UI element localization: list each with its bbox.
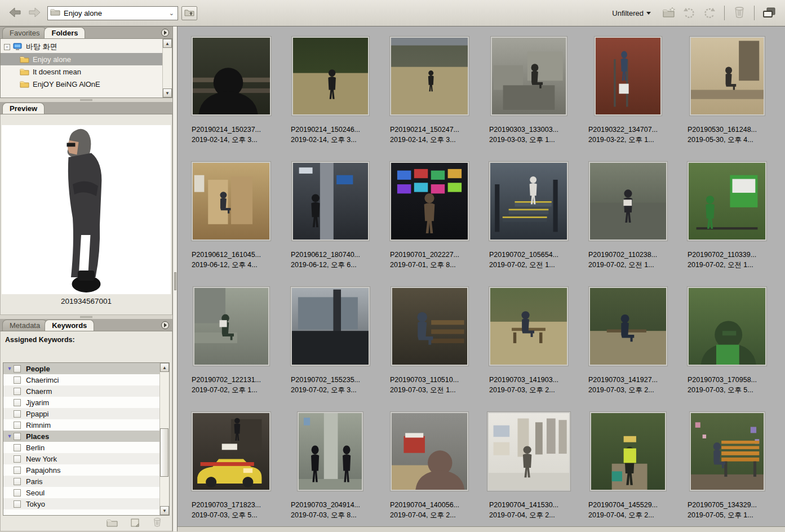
thumbnail-cell[interactable]: P20190214_150246... 2019-02-14, 오후 3... <box>281 37 380 162</box>
thumbnail-cell[interactable]: P20190303_133003... 2019-03-03, 오후 1... <box>479 37 578 162</box>
keyword-checkbox[interactable] <box>14 388 21 395</box>
folder-path-combobox[interactable]: Enjoy alone ⌄ <box>47 6 178 20</box>
thumbnail-cell[interactable]: P20190704_141530... 2019-07-04, 오후 2... <box>479 412 578 531</box>
thumbnail-cell[interactable]: P20190612_161045... 2019-06-12, 오후 4... <box>181 162 281 287</box>
horizontal-splitter[interactable] <box>0 98 172 102</box>
tab-folders[interactable]: Folders <box>44 27 85 38</box>
thumbnail-cell[interactable]: P20190703_204914... 2019-07-03, 오후 8... <box>281 412 380 531</box>
forward-button[interactable] <box>25 5 44 21</box>
thumbnail-cell[interactable]: P20190214_150237... 2019-02-14, 오후 3... <box>181 37 281 162</box>
keyword-checkbox[interactable] <box>14 467 21 474</box>
vertical-splitter[interactable] <box>172 26 178 531</box>
expander-minus-icon[interactable]: − <box>4 44 10 50</box>
tab-keywords[interactable]: Keywords <box>45 320 94 331</box>
thumbnail-cell[interactable]: P20190612_180740... 2019-06-12, 오후 6... <box>281 162 380 287</box>
panel-menu-button[interactable] <box>161 29 169 37</box>
thumbnail-cell[interactable]: P20190702_110238... 2019-07-02, 오전 1... <box>578 162 677 287</box>
keyword-item-rimnim[interactable]: Rimnim <box>3 419 159 431</box>
keyword-checkbox[interactable] <box>14 399 21 406</box>
tree-item-바탕-화면[interactable]: −바탕 화면 <box>1 41 162 53</box>
thumbnail-image <box>192 162 270 241</box>
group-expander-icon[interactable]: ▼ <box>6 433 14 439</box>
tab-metadata[interactable]: Metadata <box>2 320 47 331</box>
keyword-checkbox[interactable] <box>14 422 21 429</box>
rotate-left-button[interactable] <box>681 5 698 21</box>
compact-mode-icon <box>762 6 776 20</box>
tree-item-enjoy-alone[interactable]: Enjoy alone <box>1 53 162 65</box>
tab-preview[interactable]: Preview <box>2 103 45 114</box>
keyword-checkbox[interactable] <box>14 365 21 373</box>
thumbnail-cell[interactable]: P20190214_150247... 2019-02-14, 오후 3... <box>380 37 479 162</box>
keywords-scrollbar[interactable]: ▲ ▼ <box>159 363 169 515</box>
scroll-up-button[interactable]: ▲ <box>160 363 169 372</box>
thumbnail-cell[interactable]: P20190702_155235... 2019-07-02, 오후 3... <box>281 287 380 412</box>
keyword-item-berlin[interactable]: Berlin <box>3 442 159 453</box>
thumbnail-cell[interactable]: P20190703_171823... 2019-07-03, 오후 5... <box>181 412 281 531</box>
folders-scrollbar[interactable]: ▲ ▼ <box>162 39 172 97</box>
panel-menu-button[interactable] <box>161 321 169 329</box>
rotate-right-button[interactable] <box>701 5 718 21</box>
tree-item-enjoy-being-alone[interactable]: EnjOY BeiNG AlOnE <box>1 78 162 90</box>
compact-mode-button[interactable] <box>761 5 778 21</box>
keyword-item-seoul[interactable]: Seoul <box>3 487 159 498</box>
thumbnail-cell[interactable]: P20190322_134707... 2019-03-22, 오후 1... <box>578 37 677 162</box>
scroll-up-button[interactable]: ▲ <box>163 39 172 48</box>
keyword-checkbox[interactable] <box>14 489 21 496</box>
filter-dropdown[interactable]: Unfiltered <box>612 9 651 17</box>
scroll-thumb[interactable] <box>160 428 168 477</box>
thumbnail-filename: P20190701_202227... <box>390 251 459 259</box>
thumbnail-cell[interactable]: P20190705_134329... 2019-07-05, 오후 1... <box>677 412 777 531</box>
keyword-item-tokyo[interactable]: Tokyo <box>3 498 159 509</box>
scroll-down-button[interactable]: ▼ <box>163 88 172 97</box>
keyword-checkbox[interactable] <box>14 478 21 485</box>
scroll-track[interactable] <box>160 372 169 506</box>
keyword-checkbox[interactable] <box>14 500 21 508</box>
keyword-item-ppappi[interactable]: Ppappi <box>3 408 159 419</box>
thumbnail-filename: P20190530_161248... <box>688 126 757 134</box>
thumbnail-cell[interactable]: P20190703_170958... 2019-07-03, 오후 5... <box>677 287 777 412</box>
horizontal-splitter[interactable] <box>0 315 172 319</box>
scroll-track[interactable] <box>163 48 172 88</box>
thumbnail-cell[interactable]: P20190703_110510... 2019-07-03, 오전 1... <box>380 287 479 412</box>
keyword-item-chaerimci[interactable]: Chaerimci <box>3 374 159 385</box>
thumbnail-cell[interactable]: P20190702_122131... 2019-07-02, 오후 1... <box>181 287 281 412</box>
thumbnail-cell[interactable]: P20190704_140056... 2019-07-04, 오후 2... <box>380 412 479 531</box>
keyword-item-chaerm[interactable]: Chaerm <box>3 385 159 397</box>
new-keyword-set-button[interactable] <box>107 518 118 529</box>
keyword-item-jjyarim[interactable]: Jjyarim <box>3 397 159 408</box>
filter-label: Unfiltered <box>612 9 644 17</box>
keyword-item-new-york[interactable]: New York <box>3 453 159 464</box>
tab-favorites[interactable]: Favorites <box>2 27 47 38</box>
thumbnail-cell[interactable]: P20190703_141903... 2019-07-03, 오후 2... <box>479 287 578 412</box>
thumbnail-cell[interactable]: P20190703_141927... 2019-07-03, 오후 2... <box>578 287 677 412</box>
keyword-checkbox[interactable] <box>14 376 21 384</box>
thumbnail-cell[interactable]: P20190704_145529... 2019-07-04, 오후 2... <box>578 412 677 531</box>
tree-item-it-doesnt-mean[interactable]: It doesnt mean <box>1 65 162 78</box>
up-folder-button[interactable] <box>181 6 197 20</box>
scroll-down-button[interactable]: ▼ <box>160 506 169 515</box>
thumbnail-filename: P20190612_180740... <box>291 251 360 259</box>
keyword-group-people[interactable]: ▼People <box>3 363 159 374</box>
new-folder-button[interactable] <box>660 5 677 21</box>
keyword-checkbox[interactable] <box>14 455 21 463</box>
delete-keyword-button[interactable] <box>153 517 162 529</box>
keyword-checkbox[interactable] <box>14 410 21 418</box>
thumbnail-cell[interactable]: P20190702_110339... 2019-07-02, 오전 1... <box>677 162 777 287</box>
keyword-group-places[interactable]: ▼Places <box>3 431 159 442</box>
thumbnail-date: 2019-07-04, 오후 2... <box>588 511 654 520</box>
thumbnail-cell[interactable]: P20190702_105654... 2019-07-02, 오전 1... <box>479 162 578 287</box>
thumbnail-date: 2019-07-02, 오후 3... <box>291 385 357 395</box>
keyword-checkbox[interactable] <box>14 433 21 440</box>
thumbnail-cell[interactable]: P20190530_161248... 2019-05-30, 오후 4... <box>677 37 777 162</box>
keyword-checkbox[interactable] <box>14 444 21 451</box>
keyword-item-papajohns[interactable]: Papajohns <box>3 464 159 476</box>
back-button[interactable] <box>6 5 25 21</box>
thumbnail-image <box>491 37 567 116</box>
thumbnail-date: 2019-02-14, 오후 3... <box>291 135 357 145</box>
delete-button[interactable] <box>731 5 748 21</box>
new-keyword-button[interactable] <box>130 518 140 529</box>
keyword-item-paris[interactable]: Paris <box>3 476 159 487</box>
thumbnail-cell[interactable]: P20190701_202227... 2019-07-01, 오후 8... <box>380 162 479 287</box>
group-expander-icon[interactable]: ▼ <box>6 366 14 371</box>
thumbnail-date: 2019-07-03, 오후 2... <box>588 385 654 395</box>
